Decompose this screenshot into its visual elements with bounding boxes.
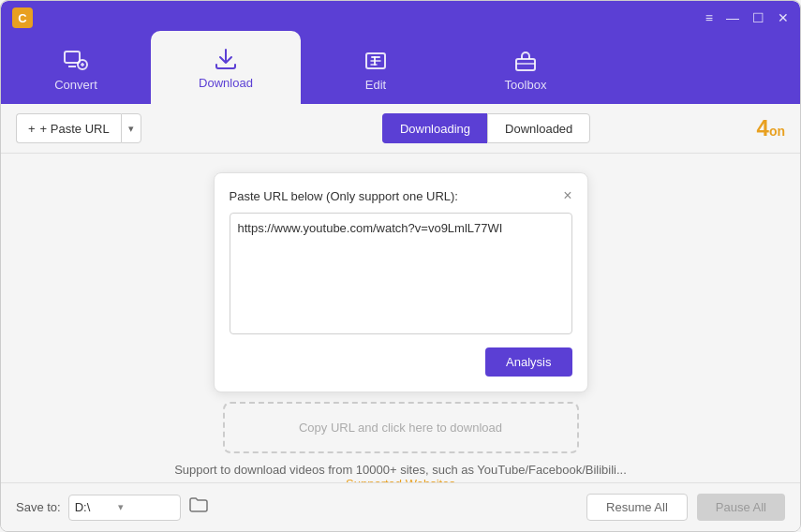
yon-logo: 4 on [757, 115, 785, 141]
tab-toolbox[interactable]: Toolbox [451, 35, 601, 104]
main-content: Paste URL below (Only support one URL): … [1, 154, 800, 485]
yon-four: 4 [757, 115, 769, 141]
save-path-select[interactable]: D:\ ▾ [68, 495, 181, 521]
tab-convert[interactable]: Convert [1, 35, 151, 104]
paste-plus-icon: + [28, 122, 36, 136]
close-button[interactable]: ✕ [778, 10, 789, 25]
tab-toolbox-label: Toolbox [505, 78, 547, 92]
yon-on: on [769, 124, 785, 139]
save-path-arrow-icon: ▾ [118, 501, 124, 513]
url-dialog: Paste URL below (Only support one URL): … [214, 172, 588, 392]
url-input[interactable] [230, 213, 572, 334]
tab-edit[interactable]: Edit [301, 35, 451, 104]
analysis-button[interactable]: Analysis [485, 347, 571, 377]
maximize-button[interactable]: ☐ [752, 10, 764, 25]
support-text: Support to download videos from 10000+ s… [174, 463, 627, 477]
bottom-buttons: Resume All Pause All [586, 494, 785, 521]
downloaded-tab[interactable]: Downloaded [487, 113, 590, 143]
tab-convert-label: Convert [54, 78, 97, 92]
pause-all-button[interactable]: Pause All [697, 494, 785, 521]
url-dialog-title: Paste URL below (Only support one URL): [230, 189, 458, 203]
paste-url-label: + Paste URL [40, 122, 110, 136]
toolbox-icon [512, 48, 539, 74]
download-tab-group: Downloading Downloaded [382, 113, 590, 143]
tab-edit-label: Edit [365, 78, 386, 92]
title-bar-controls: ≡ — ☐ ✕ [705, 10, 789, 25]
paste-arrow-icon: ▾ [128, 123, 134, 135]
svg-rect-0 [65, 52, 80, 63]
download-icon [213, 46, 239, 72]
downloading-tab[interactable]: Downloading [382, 113, 487, 143]
toolbar-left: + + Paste URL ▾ [16, 113, 141, 143]
svg-rect-3 [516, 59, 535, 70]
edit-icon [363, 48, 389, 74]
save-path-value: D:\ [75, 500, 91, 514]
tab-download-label: Download [199, 76, 253, 90]
convert-icon [63, 48, 89, 74]
save-to-label: Save to: [16, 500, 61, 514]
paste-url-dropdown[interactable]: ▾ [121, 113, 141, 143]
app-logo: C [12, 7, 33, 28]
nav-bar: Convert Download Edit Toolbox [1, 35, 800, 104]
toolbar: + + Paste URL ▾ Downloading Downloaded 4… [1, 104, 800, 154]
resume-all-button[interactable]: Resume All [586, 494, 688, 521]
tab-download[interactable]: Download [151, 31, 301, 104]
bottom-bar: Save to: D:\ ▾ Resume All Pause All [1, 482, 800, 531]
title-bar: C ≡ — ☐ ✕ [1, 1, 800, 35]
drop-zone-text: Copy URL and click here to download [299, 421, 502, 435]
dialog-close-button[interactable]: × [563, 188, 571, 203]
url-dialog-header: Paste URL below (Only support one URL): … [230, 188, 572, 203]
drop-zone[interactable]: Copy URL and click here to download [223, 402, 579, 453]
minimize-button[interactable]: — [726, 10, 739, 25]
save-to-group: Save to: D:\ ▾ [16, 495, 209, 521]
menu-icon[interactable]: ≡ [705, 10, 713, 25]
folder-icon[interactable] [188, 496, 209, 518]
paste-url-button[interactable]: + + Paste URL [16, 113, 121, 143]
dialog-footer: Analysis [230, 347, 572, 377]
title-bar-left: C [12, 7, 33, 28]
